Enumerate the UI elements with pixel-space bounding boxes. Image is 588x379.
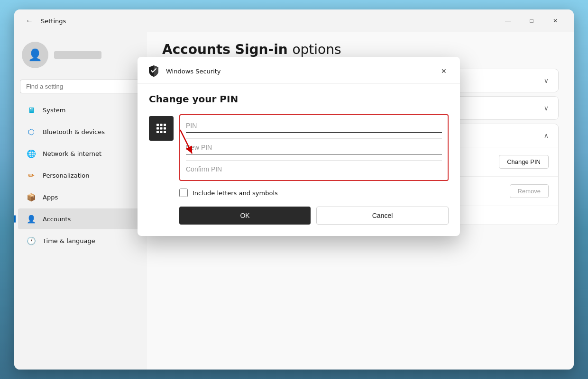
- chevron-icon-1[interactable]: ∨: [544, 77, 549, 84]
- window-title: Settings: [41, 18, 66, 25]
- dialog-header: Windows Security ✕: [138, 57, 460, 84]
- chevron-icon-3[interactable]: ∧: [544, 132, 549, 139]
- change-pin-button[interactable]: Change PIN: [499, 155, 549, 169]
- dialog-close-button[interactable]: ✕: [437, 64, 450, 78]
- maximize-button[interactable]: □: [521, 13, 542, 28]
- user-name-placeholder: [54, 51, 101, 59]
- dialog-app-name: Windows Security: [166, 68, 437, 75]
- page-title: Accounts Sign-in options: [162, 42, 559, 57]
- svg-rect-6: [156, 131, 159, 133]
- sidebar-item-time[interactable]: 🕐 Time & language: [18, 230, 143, 251]
- sidebar-item-apps[interactable]: 📦 Apps: [18, 187, 143, 208]
- dialog-buttons: OK Cancel: [179, 207, 449, 225]
- svg-rect-8: [164, 131, 166, 133]
- pin-fields-box: [179, 114, 449, 181]
- pin-numpad-icon: [149, 116, 174, 141]
- page-title-area: Accounts Sign-in options: [162, 42, 559, 57]
- search-input[interactable]: [20, 80, 141, 93]
- dialog: Windows Security ✕ Change your PIN: [138, 57, 460, 236]
- dialog-title: Change your PIN: [149, 93, 449, 105]
- accounts-icon: 👤: [26, 213, 37, 225]
- pin-current-input[interactable]: [186, 119, 442, 133]
- chevron-icon-2[interactable]: ∨: [544, 104, 549, 112]
- svg-rect-5: [164, 127, 166, 130]
- sidebar-item-bluetooth[interactable]: ⬡ Bluetooth & devices: [18, 121, 143, 142]
- field-separator-1: [186, 138, 442, 139]
- checkbox-row: Include letters and symbols: [179, 189, 449, 197]
- sidebar-item-system[interactable]: 🖥 System: [18, 99, 143, 120]
- checkbox-label[interactable]: Include letters and symbols: [193, 190, 278, 197]
- title-bar: ← Settings — □ ✕: [14, 9, 574, 32]
- close-button[interactable]: ✕: [544, 13, 566, 28]
- sidebar-item-label-apps: Apps: [43, 194, 58, 201]
- sidebar-item-label-system: System: [43, 107, 65, 114]
- sidebar: 👤 🖥 System ⬡ Bluetooth & devices 🌐 Netwo…: [14, 32, 147, 370]
- sidebar-item-network[interactable]: 🌐 Network & internet: [18, 143, 143, 164]
- include-letters-checkbox[interactable]: [179, 189, 188, 197]
- field-separator-2: [186, 160, 442, 161]
- pin-new-input[interactable]: [186, 141, 442, 154]
- dialog-form-area: [149, 114, 449, 181]
- svg-rect-4: [160, 127, 163, 130]
- network-icon: 🌐: [26, 148, 37, 159]
- pin-confirm-input[interactable]: [186, 162, 442, 176]
- ok-button[interactable]: OK: [179, 207, 311, 225]
- minimize-button[interactable]: —: [497, 13, 519, 28]
- sidebar-item-personalization[interactable]: ✏ Personalization: [18, 165, 143, 186]
- settings-window: ← Settings — □ ✕ 👤 🖥 System ⬡: [14, 9, 574, 370]
- back-button[interactable]: ←: [22, 13, 37, 28]
- apps-icon: 📦: [26, 191, 37, 203]
- user-profile: 👤: [14, 36, 147, 74]
- avatar: 👤: [22, 42, 48, 68]
- dialog-body: Change your PIN: [138, 84, 460, 236]
- sidebar-item-label-personalization: Personalization: [43, 172, 90, 179]
- shield-icon: [147, 64, 160, 78]
- remove-button[interactable]: Remove: [510, 184, 549, 198]
- sidebar-item-label-time: Time & language: [43, 237, 95, 244]
- svg-rect-0: [156, 124, 159, 126]
- window-controls: — □ ✕: [497, 13, 566, 28]
- bluetooth-icon: ⬡: [26, 126, 37, 137]
- pin-input-group: [186, 119, 442, 176]
- personalization-icon: ✏: [26, 170, 37, 181]
- sidebar-item-label-bluetooth: Bluetooth & devices: [43, 128, 105, 135]
- time-icon: 🕐: [26, 235, 37, 246]
- cancel-button[interactable]: Cancel: [316, 207, 449, 225]
- sidebar-item-label-network: Network & internet: [43, 150, 101, 157]
- sidebar-item-label-accounts: Accounts: [43, 216, 71, 223]
- svg-rect-7: [160, 131, 163, 133]
- svg-rect-2: [164, 124, 166, 126]
- sidebar-item-accounts[interactable]: 👤 Accounts: [18, 208, 143, 229]
- svg-rect-3: [156, 127, 159, 130]
- system-icon: 🖥: [26, 104, 37, 116]
- svg-rect-1: [160, 124, 163, 126]
